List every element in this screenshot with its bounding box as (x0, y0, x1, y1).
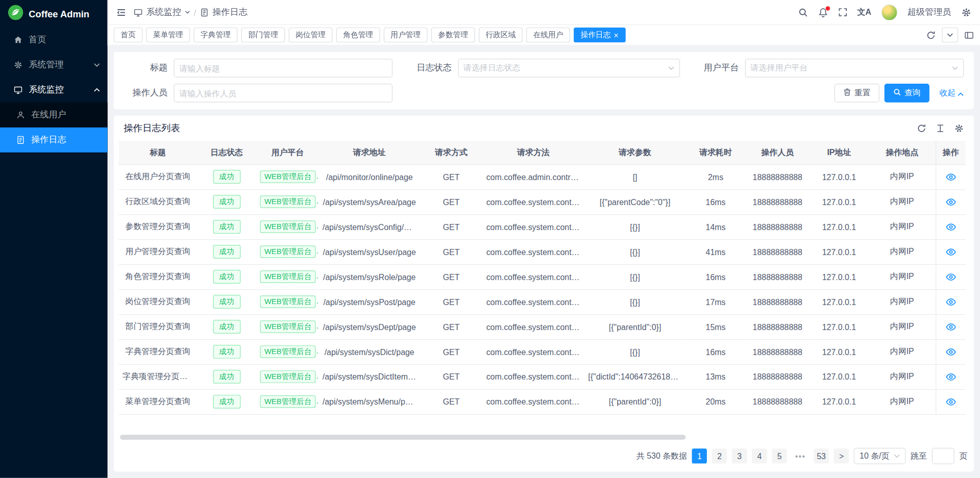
page-ellipsis[interactable]: ••• (792, 448, 809, 463)
collapse-sidebar-icon[interactable] (116, 7, 127, 17)
status-badge: 成功 (213, 245, 240, 259)
translate-icon[interactable]: 文A (857, 7, 871, 18)
tab-item[interactable]: 行政区域 (479, 28, 523, 42)
table-row: 在线用户分页查询成功WEB管理后台/api/monitor/online/pag… (119, 164, 966, 189)
scrollbar-thumb[interactable] (120, 435, 685, 440)
search-button[interactable]: 查询 (885, 84, 929, 103)
cell-action (936, 314, 966, 339)
cell-location: 内网IP (869, 389, 936, 414)
page-button[interactable]: 1 (692, 448, 707, 463)
cell-url: /api/system/sysArea/page (318, 189, 420, 214)
operator-filter-input[interactable] (174, 84, 393, 103)
tab-item[interactable]: 岗位管理 (289, 28, 333, 42)
cell-operator: 18888888888 (746, 264, 810, 289)
view-detail-eye-icon[interactable] (945, 246, 956, 257)
tab-item[interactable]: 参数管理 (431, 28, 475, 42)
page-button[interactable]: 53 (814, 448, 829, 463)
tab-item[interactable]: 菜单管理 (146, 28, 190, 42)
search-icon[interactable] (798, 7, 808, 17)
tab-item[interactable]: 用户管理 (384, 28, 428, 42)
page-size-select[interactable]: 10 条/页 (854, 448, 905, 464)
status-badge: 成功 (213, 370, 240, 384)
view-detail-eye-icon[interactable] (945, 271, 956, 282)
app-logo[interactable]: Coffee Admin (0, 0, 108, 28)
cell-duration: 41ms (685, 239, 746, 264)
breadcrumb-item-system-monitor[interactable]: 系统监控 (146, 7, 182, 18)
username[interactable]: 超级管理员 (908, 7, 951, 18)
cell-status: 成功 (197, 289, 256, 314)
view-detail-eye-icon[interactable] (945, 396, 956, 407)
tabs-dropdown[interactable] (942, 28, 958, 42)
avatar[interactable] (881, 4, 898, 20)
jump-page-input[interactable] (932, 448, 954, 464)
platform-badge: WEB管理后台 (260, 370, 315, 383)
page-button[interactable]: 4 (752, 448, 767, 463)
cell-platform: WEB管理后台 (256, 214, 318, 239)
sidebar-item-home[interactable]: 首页 (0, 28, 108, 53)
tab-item[interactable]: 部门管理 (241, 28, 285, 42)
cell-platform: WEB管理后台 (256, 264, 318, 289)
cell-title: 字典项管理分页查询 (119, 364, 197, 389)
status-filter-select[interactable]: 请选择日志状态 (458, 59, 680, 78)
platform-badge: WEB管理后台 (260, 220, 315, 233)
sidebar-menu: 首页 系统管理 系统监控 在线用户 操作日志 (0, 28, 108, 153)
cell-action (936, 389, 966, 414)
page-content: 标题 日志状态 请选择日志状态 用户平台 请选择用户平台 (108, 45, 980, 477)
sidebar-item-system-management[interactable]: 系统管理 (0, 53, 108, 78)
reset-button[interactable]: 重置 (835, 84, 879, 103)
cell-url: /api/system/sysPost/page (318, 289, 420, 314)
cell-duration: 2ms (685, 164, 746, 189)
tab-close-icon[interactable]: × (614, 31, 618, 39)
breadcrumb-item-operation-log: 操作日志 (212, 7, 248, 18)
page-list: 12345•••53 (692, 448, 829, 463)
tab-label: 角色管理 (343, 30, 373, 40)
platform-badge: WEB管理后台 (260, 320, 315, 333)
cell-operator: 18888888888 (746, 314, 810, 339)
view-detail-eye-icon[interactable] (945, 346, 956, 357)
cell-status: 成功 (197, 164, 256, 189)
view-detail-eye-icon[interactable] (945, 371, 956, 382)
cell-params: [{}] (584, 289, 685, 314)
view-detail-eye-icon[interactable] (945, 296, 956, 307)
tab-item[interactable]: 角色管理 (336, 28, 380, 42)
column-header: 标题 (119, 141, 197, 165)
operator-filter-field: 操作人员 (124, 84, 393, 103)
collapse-filter-link[interactable]: 收起 (939, 87, 964, 98)
search-button-label: 查询 (904, 87, 921, 98)
view-detail-eye-icon[interactable] (945, 171, 956, 182)
content-fullscreen-icon[interactable] (964, 30, 973, 39)
tab-item[interactable]: 在线用户 (526, 28, 570, 42)
title-filter-input[interactable] (174, 59, 393, 78)
cell-params: [{"parentId":0}] (584, 389, 685, 414)
tab-label: 菜单管理 (153, 30, 183, 40)
cell-title: 岗位管理分页查询 (119, 289, 197, 314)
refresh-tabs-icon[interactable] (926, 30, 936, 39)
tab-item[interactable]: 首页 (114, 28, 142, 42)
page-button[interactable]: 3 (732, 448, 747, 463)
log-table: 标题日志状态用户平台请求地址请求方式请求方法请求参数请求耗时操作人员IP地址操作… (119, 141, 966, 415)
page-button[interactable]: 2 (712, 448, 727, 463)
refresh-table-icon[interactable] (917, 123, 926, 133)
fullscreen-icon[interactable] (838, 8, 847, 17)
tab-label: 操作日志 (581, 30, 611, 40)
cell-title: 在线用户分页查询 (119, 164, 197, 189)
reset-button-label: 重置 (854, 87, 871, 98)
sidebar-item-operation-log[interactable]: 操作日志 (0, 128, 108, 153)
bell-icon[interactable] (818, 7, 828, 17)
monitor-icon (14, 86, 22, 94)
tab-item[interactable]: 字典管理 (194, 28, 238, 42)
cell-operator: 18888888888 (746, 289, 810, 314)
platform-filter-select[interactable]: 请选择用户平台 (745, 59, 964, 78)
settings-gear-icon[interactable] (961, 7, 971, 17)
column-settings-gear-icon[interactable] (954, 123, 964, 133)
next-page-button[interactable]: > (834, 448, 849, 463)
cell-duration: 15ms (685, 314, 746, 339)
tab-item[interactable]: 操作日志× (574, 28, 625, 42)
sidebar-item-system-monitor[interactable]: 系统监控 (0, 78, 108, 103)
view-detail-eye-icon[interactable] (945, 321, 956, 332)
page-button[interactable]: 5 (772, 448, 787, 463)
table-size-icon[interactable] (936, 123, 945, 133)
view-detail-eye-icon[interactable] (945, 221, 956, 232)
view-detail-eye-icon[interactable] (945, 196, 956, 207)
sidebar-item-online-users[interactable]: 在线用户 (0, 103, 108, 128)
